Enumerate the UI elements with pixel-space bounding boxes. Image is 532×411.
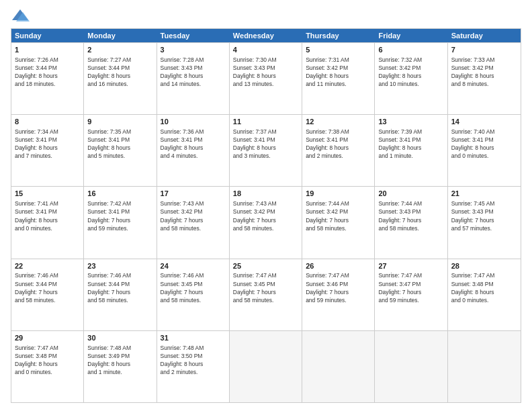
day-info: Sunrise: 7:28 AM Sunset: 3:43 PM Dayligh… — [161, 56, 204, 87]
day-number: 27 — [378, 261, 443, 271]
day-number: 31 — [161, 333, 226, 343]
day-info: Sunrise: 7:32 AM Sunset: 3:42 PM Dayligh… — [378, 56, 422, 87]
calendar-cell — [448, 331, 521, 402]
calendar-cell: 16Sunrise: 7:42 AM Sunset: 3:41 PM Dayli… — [84, 187, 157, 258]
day-info: Sunrise: 7:47 AM Sunset: 3:47 PM Dayligh… — [378, 272, 422, 303]
header-wednesday: Wednesday — [230, 29, 302, 42]
day-info: Sunrise: 7:31 AM Sunset: 3:42 PM Dayligh… — [306, 56, 349, 87]
calendar-cell: 28Sunrise: 7:47 AM Sunset: 3:48 PM Dayli… — [448, 259, 521, 330]
day-number: 2 — [87, 45, 152, 55]
calendar-cell: 9Sunrise: 7:35 AM Sunset: 3:41 PM Daylig… — [84, 115, 157, 186]
day-info: Sunrise: 7:35 AM Sunset: 3:41 PM Dayligh… — [87, 128, 131, 159]
day-number: 24 — [161, 261, 226, 271]
day-number: 1 — [15, 45, 80, 55]
header — [11, 8, 521, 24]
day-number: 23 — [87, 261, 152, 271]
calendar-cell: 10Sunrise: 7:36 AM Sunset: 3:41 PM Dayli… — [157, 115, 230, 186]
day-info: Sunrise: 7:43 AM Sunset: 3:42 PM Dayligh… — [161, 200, 204, 231]
calendar-cell: 23Sunrise: 7:46 AM Sunset: 3:44 PM Dayli… — [84, 259, 157, 330]
day-number: 21 — [451, 189, 517, 199]
day-number: 10 — [161, 117, 226, 127]
day-info: Sunrise: 7:46 AM Sunset: 3:44 PM Dayligh… — [15, 272, 58, 303]
calendar-cell: 31Sunrise: 7:48 AM Sunset: 3:50 PM Dayli… — [157, 331, 230, 402]
calendar-cell — [302, 331, 375, 402]
calendar-row-2: 8Sunrise: 7:34 AM Sunset: 3:41 PM Daylig… — [11, 114, 521, 186]
calendar-row-3: 15Sunrise: 7:41 AM Sunset: 3:41 PM Dayli… — [11, 186, 521, 258]
calendar-cell: 3Sunrise: 7:28 AM Sunset: 3:43 PM Daylig… — [157, 43, 230, 114]
day-info: Sunrise: 7:37 AM Sunset: 3:41 PM Dayligh… — [233, 128, 277, 159]
day-info: Sunrise: 7:48 AM Sunset: 3:49 PM Dayligh… — [87, 345, 131, 375]
calendar-cell: 18Sunrise: 7:43 AM Sunset: 3:42 PM Dayli… — [230, 187, 302, 258]
day-info: Sunrise: 7:47 AM Sunset: 3:48 PM Dayligh… — [451, 272, 495, 303]
calendar-cell: 1Sunrise: 7:26 AM Sunset: 3:44 PM Daylig… — [11, 43, 84, 114]
calendar-cell: 15Sunrise: 7:41 AM Sunset: 3:41 PM Dayli… — [11, 187, 84, 258]
calendar-cell: 7Sunrise: 7:33 AM Sunset: 3:42 PM Daylig… — [448, 43, 521, 114]
calendar-row-4: 22Sunrise: 7:46 AM Sunset: 3:44 PM Dayli… — [11, 259, 521, 330]
day-number: 5 — [306, 45, 371, 55]
calendar-cell: 21Sunrise: 7:45 AM Sunset: 3:43 PM Dayli… — [448, 187, 521, 258]
header-thursday: Thursday — [302, 29, 375, 42]
calendar-cell: 6Sunrise: 7:32 AM Sunset: 3:42 PM Daylig… — [375, 43, 447, 114]
calendar-row-1: 1Sunrise: 7:26 AM Sunset: 3:44 PM Daylig… — [11, 42, 521, 114]
day-info: Sunrise: 7:26 AM Sunset: 3:44 PM Dayligh… — [15, 56, 58, 87]
day-number: 11 — [233, 117, 298, 127]
calendar-cell: 30Sunrise: 7:48 AM Sunset: 3:49 PM Dayli… — [84, 331, 157, 402]
day-number: 7 — [451, 45, 517, 55]
calendar-header: Sunday Monday Tuesday Wednesday Thursday… — [11, 29, 521, 42]
day-number: 9 — [87, 117, 152, 127]
day-number: 30 — [87, 333, 152, 343]
day-number: 8 — [15, 117, 80, 127]
day-info: Sunrise: 7:36 AM Sunset: 3:41 PM Dayligh… — [161, 128, 204, 159]
day-number: 20 — [378, 189, 443, 199]
day-number: 28 — [451, 261, 517, 271]
logo — [11, 8, 32, 24]
day-info: Sunrise: 7:47 AM Sunset: 3:48 PM Dayligh… — [15, 345, 58, 375]
day-info: Sunrise: 7:27 AM Sunset: 3:44 PM Dayligh… — [87, 56, 131, 87]
day-info: Sunrise: 7:45 AM Sunset: 3:43 PM Dayligh… — [451, 200, 495, 231]
day-number: 3 — [161, 45, 226, 55]
day-info: Sunrise: 7:44 AM Sunset: 3:43 PM Dayligh… — [378, 200, 422, 231]
day-info: Sunrise: 7:30 AM Sunset: 3:43 PM Dayligh… — [233, 56, 277, 87]
day-info: Sunrise: 7:46 AM Sunset: 3:45 PM Dayligh… — [161, 272, 204, 303]
day-info: Sunrise: 7:38 AM Sunset: 3:41 PM Dayligh… — [306, 128, 349, 159]
calendar-body: 1Sunrise: 7:26 AM Sunset: 3:44 PM Daylig… — [11, 42, 521, 402]
day-number: 29 — [15, 333, 80, 343]
calendar-cell — [230, 331, 302, 402]
day-number: 26 — [306, 261, 371, 271]
calendar-cell: 19Sunrise: 7:44 AM Sunset: 3:42 PM Dayli… — [302, 187, 375, 258]
calendar-cell: 25Sunrise: 7:47 AM Sunset: 3:45 PM Dayli… — [230, 259, 302, 330]
day-number: 25 — [233, 261, 298, 271]
calendar-cell: 8Sunrise: 7:34 AM Sunset: 3:41 PM Daylig… — [11, 115, 84, 186]
page: Sunday Monday Tuesday Wednesday Thursday… — [0, 0, 532, 411]
calendar-cell: 13Sunrise: 7:39 AM Sunset: 3:41 PM Dayli… — [375, 115, 447, 186]
day-info: Sunrise: 7:48 AM Sunset: 3:50 PM Dayligh… — [161, 345, 204, 375]
header-monday: Monday — [84, 29, 157, 42]
day-number: 12 — [306, 117, 371, 127]
day-number: 18 — [233, 189, 298, 199]
day-info: Sunrise: 7:47 AM Sunset: 3:45 PM Dayligh… — [233, 272, 277, 303]
day-info: Sunrise: 7:47 AM Sunset: 3:46 PM Dayligh… — [306, 272, 349, 303]
day-number: 14 — [451, 117, 517, 127]
header-sunday: Sunday — [11, 29, 84, 42]
day-info: Sunrise: 7:44 AM Sunset: 3:42 PM Dayligh… — [306, 200, 349, 231]
day-info: Sunrise: 7:41 AM Sunset: 3:41 PM Dayligh… — [15, 200, 58, 231]
calendar-cell: 2Sunrise: 7:27 AM Sunset: 3:44 PM Daylig… — [84, 43, 157, 114]
day-info: Sunrise: 7:46 AM Sunset: 3:44 PM Dayligh… — [87, 272, 131, 303]
logo-icon — [11, 8, 30, 24]
day-number: 22 — [15, 261, 80, 271]
day-number: 16 — [87, 189, 152, 199]
day-number: 6 — [378, 45, 443, 55]
day-info: Sunrise: 7:42 AM Sunset: 3:41 PM Dayligh… — [87, 200, 131, 231]
calendar-cell: 14Sunrise: 7:40 AM Sunset: 3:41 PM Dayli… — [448, 115, 521, 186]
header-tuesday: Tuesday — [157, 29, 230, 42]
day-info: Sunrise: 7:40 AM Sunset: 3:41 PM Dayligh… — [451, 128, 495, 159]
day-number: 4 — [233, 45, 298, 55]
day-number: 15 — [15, 189, 80, 199]
calendar-cell: 17Sunrise: 7:43 AM Sunset: 3:42 PM Dayli… — [157, 187, 230, 258]
day-number: 19 — [306, 189, 371, 199]
calendar-cell: 4Sunrise: 7:30 AM Sunset: 3:43 PM Daylig… — [230, 43, 302, 114]
calendar-cell: 20Sunrise: 7:44 AM Sunset: 3:43 PM Dayli… — [375, 187, 447, 258]
calendar-cell: 22Sunrise: 7:46 AM Sunset: 3:44 PM Dayli… — [11, 259, 84, 330]
calendar-cell: 11Sunrise: 7:37 AM Sunset: 3:41 PM Dayli… — [230, 115, 302, 186]
calendar-cell — [375, 331, 447, 402]
